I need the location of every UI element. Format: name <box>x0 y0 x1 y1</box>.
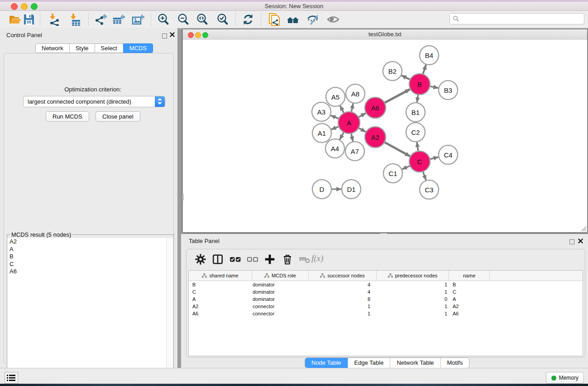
table-cell[interactable]: 1 <box>377 288 449 295</box>
table-cell[interactable]: 1 <box>377 281 449 288</box>
node-C4[interactable]: C4 <box>439 145 458 164</box>
network-scrollbar-vertical[interactable] <box>182 194 184 200</box>
edge-A6-B[interactable] <box>384 89 410 103</box>
table-row[interactable]: Cdominator41C <box>189 288 583 295</box>
resize-grip-icon[interactable] <box>581 226 586 231</box>
refresh-icon[interactable] <box>242 13 254 26</box>
deselect-all-icon[interactable] <box>247 253 258 265</box>
edge-B-B4[interactable] <box>423 65 426 74</box>
edge-B-B3[interactable] <box>430 86 439 88</box>
column-header-shared-name[interactable]: shared name <box>189 271 252 281</box>
close-panel-icon[interactable] <box>170 32 175 37</box>
memory-button[interactable]: Memory <box>546 372 584 384</box>
node-B[interactable]: B <box>409 74 430 95</box>
show-column-icon[interactable] <box>212 253 224 265</box>
table-cell[interactable]: dominator <box>252 295 309 303</box>
import-table-icon[interactable] <box>69 13 81 26</box>
result-item[interactable]: C <box>10 261 166 268</box>
node-A6[interactable]: A6 <box>365 97 386 118</box>
search-field[interactable] <box>449 13 584 24</box>
hide-graphics-icon[interactable] <box>306 13 319 26</box>
node-B2[interactable]: B2 <box>383 62 402 81</box>
table-cell[interactable]: A2 <box>189 303 252 310</box>
result-item[interactable]: A <box>10 246 166 253</box>
tab-network-table[interactable]: Network Table <box>390 358 440 368</box>
zoom-window-button[interactable] <box>31 3 38 10</box>
node-C[interactable]: C <box>409 151 430 172</box>
table-row[interactable]: A2connector11A2 <box>189 303 583 310</box>
table-cell[interactable]: 4 <box>309 281 377 288</box>
table-cell[interactable]: connector <box>252 310 309 317</box>
result-item[interactable]: B <box>10 253 166 261</box>
destroy-table-icon[interactable] <box>299 253 311 265</box>
node-A3[interactable]: A3 <box>312 102 331 121</box>
tab-network[interactable]: Network <box>35 43 70 53</box>
export-image-icon[interactable] <box>132 13 144 26</box>
dropdown-stepper-icon[interactable] <box>155 96 165 107</box>
node-C2[interactable]: C2 <box>406 123 425 142</box>
node-B4[interactable]: B4 <box>420 46 439 65</box>
edge-C-C2[interactable] <box>417 142 418 151</box>
settings-gear-icon[interactable] <box>195 253 206 265</box>
result-scrollbar[interactable] <box>166 238 173 385</box>
zoom-fit-icon[interactable] <box>196 13 209 26</box>
select-all-icon[interactable] <box>229 253 241 265</box>
result-item[interactable]: A2 <box>10 238 166 246</box>
edge-B-B1[interactable] <box>417 95 418 102</box>
node-A5[interactable]: A5 <box>326 87 345 106</box>
close-panel-button[interactable]: Close panel <box>96 111 140 122</box>
table-cell[interactable]: C <box>189 288 252 295</box>
table-cell[interactable]: A <box>449 295 490 303</box>
table-cell[interactable]: dominator <box>252 288 309 295</box>
edge-C-C3[interactable] <box>423 172 426 180</box>
table-cell[interactable]: 1 <box>377 303 449 310</box>
open-session-icon[interactable] <box>9 13 21 26</box>
mcds-result-list[interactable]: A2ABCA6 <box>7 238 166 385</box>
table-cell[interactable]: B <box>189 281 252 288</box>
import-network-icon[interactable] <box>48 13 61 26</box>
node-A4[interactable]: A4 <box>325 139 344 158</box>
table-cell[interactable]: 0 <box>377 295 449 303</box>
zoom-out-icon[interactable] <box>177 13 190 26</box>
table-cell[interactable]: dominator <box>252 281 309 288</box>
column-header-successor-nodes[interactable]: successor nodes <box>309 271 377 281</box>
table-cell[interactable]: C <box>449 288 490 295</box>
table-cell[interactable]: A2 <box>449 303 490 310</box>
result-item[interactable]: A6 <box>10 268 166 276</box>
minimize-window-button[interactable] <box>195 32 201 38</box>
table-cell[interactable]: 8 <box>309 295 377 303</box>
add-icon[interactable] <box>264 253 276 265</box>
table-cell[interactable]: A6 <box>189 310 252 317</box>
tab-motifs[interactable]: Motifs <box>440 358 469 368</box>
run-mcds-button[interactable]: Run MCDS <box>46 111 89 122</box>
table-row[interactable]: Adominator80A <box>189 295 583 303</box>
edge-A-A1[interactable] <box>331 127 339 130</box>
column-header-MCDS-role[interactable]: MCDS role <box>252 271 309 281</box>
node-A1[interactable]: A1 <box>312 124 331 143</box>
session-document-icon[interactable] <box>268 13 280 26</box>
close-window-button[interactable] <box>188 32 194 38</box>
zoom-selected-icon[interactable] <box>216 13 229 26</box>
column-header-predecessor-nodes[interactable]: predecessor nodes <box>377 271 449 281</box>
node-C1[interactable]: C1 <box>383 164 402 183</box>
network-window-titlebar[interactable]: testGlobe.txt <box>183 29 587 40</box>
table-cell[interactable]: 1 <box>377 310 449 317</box>
table-cell[interactable]: A6 <box>449 310 490 317</box>
tab-select[interactable]: Select <box>95 43 124 53</box>
float-panel-icon[interactable] <box>569 238 574 246</box>
edge-A-A3[interactable] <box>330 115 339 119</box>
function-builder-icon[interactable]: f(x) <box>311 253 323 263</box>
node-A[interactable]: A <box>338 112 360 133</box>
edge-C-C4[interactable] <box>430 157 438 159</box>
edge-B-B2[interactable] <box>402 76 410 80</box>
column-header-name[interactable]: name <box>449 271 490 281</box>
table-cell[interactable]: 4 <box>309 288 377 295</box>
close-window-button[interactable] <box>11 3 18 10</box>
table-cell[interactable]: 1 <box>309 310 377 317</box>
edge-A-A2[interactable] <box>359 128 366 132</box>
export-table-icon[interactable] <box>112 13 125 26</box>
node-A8[interactable]: A8 <box>346 84 365 103</box>
edge-C-C1[interactable] <box>402 166 410 169</box>
table-cell[interactable]: B <box>449 281 490 288</box>
table-cell[interactable]: connector <box>252 303 309 310</box>
